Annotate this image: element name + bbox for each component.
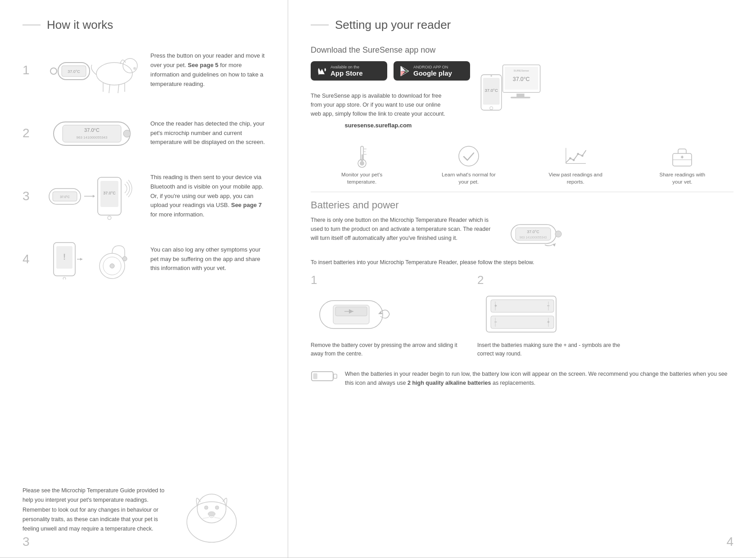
svg-point-64 bbox=[459, 146, 479, 166]
svg-point-5 bbox=[123, 58, 137, 73]
battery-warning: When the batteries in your reader begin … bbox=[311, 365, 733, 387]
app-store-top-label: Available on the bbox=[330, 65, 363, 69]
step-3-row: 3 37.0°C 37.0°C This re bbox=[23, 171, 270, 221]
feature-thermometer: Monitor your pet's temperature. bbox=[335, 145, 389, 185]
svg-text:37.0°C: 37.0°C bbox=[484, 88, 498, 93]
left-panel: How it works 1 37.0°C bbox=[0, 0, 288, 558]
features-row: Monitor your pet's temperature. Learn wh… bbox=[311, 145, 733, 192]
batteries-section: Batteries and power There is only one bu… bbox=[311, 199, 733, 387]
step-2-text: Once the reader has detected the chip, y… bbox=[150, 119, 270, 147]
bottom-note: Please see the Microchip Temperature Gui… bbox=[23, 477, 270, 544]
svg-point-23 bbox=[108, 216, 111, 220]
right-panel: Setting up your reader Download the Sure… bbox=[288, 0, 756, 558]
svg-rect-50 bbox=[516, 94, 525, 97]
svg-point-34 bbox=[187, 502, 236, 542]
svg-marker-19 bbox=[93, 195, 95, 198]
right-section-title: Setting up your reader bbox=[311, 18, 733, 32]
step-1-number: 1 bbox=[23, 63, 33, 77]
bottom-note-text: Please see the Microchip Temperature Gui… bbox=[23, 486, 167, 534]
thermometer-icon bbox=[351, 145, 373, 167]
svg-rect-99 bbox=[334, 374, 337, 378]
svg-point-70 bbox=[581, 155, 584, 157]
svg-point-36 bbox=[204, 506, 208, 509]
svg-marker-86 bbox=[378, 311, 383, 314]
battery-step-1: 1 Remove the battery c bbox=[311, 273, 464, 358]
feature-vet: Share readings with your vet. bbox=[655, 145, 709, 185]
batteries-description: There is only one button on the Microchi… bbox=[311, 216, 500, 243]
svg-line-9 bbox=[118, 84, 119, 93]
download-title: Download the SureSense app now bbox=[311, 45, 733, 55]
svg-point-33 bbox=[110, 264, 114, 268]
svg-point-6 bbox=[133, 67, 136, 70]
step-4-number: 4 bbox=[23, 252, 33, 266]
svg-point-79 bbox=[555, 231, 561, 237]
svg-point-37 bbox=[215, 506, 219, 509]
battery-step-1-image bbox=[311, 292, 401, 337]
svg-point-55 bbox=[490, 107, 493, 110]
step-1-image: 37.0°C bbox=[42, 45, 141, 95]
svg-point-38 bbox=[208, 512, 215, 516]
svg-point-56 bbox=[490, 75, 492, 77]
batteries-title: Batteries and power bbox=[311, 199, 733, 211]
step-2-row: 2 37.0°C 963 141000055343 Once the reade… bbox=[23, 108, 270, 158]
step-4-text: You can also log any other symptoms your… bbox=[150, 245, 270, 273]
svg-point-60 bbox=[360, 161, 364, 166]
app-mockup: 37.0°C SURESense 37.0°C bbox=[479, 61, 542, 120]
feature-chart: View past readings and reports. bbox=[548, 145, 602, 185]
svg-text:963 141000055343: 963 141000055343 bbox=[77, 135, 108, 140]
svg-point-3 bbox=[50, 68, 57, 74]
svg-text:37.0°C: 37.0°C bbox=[60, 195, 69, 198]
right-page-number: 4 bbox=[726, 535, 733, 549]
app-store-button[interactable]: Available on the App Store bbox=[311, 61, 387, 81]
svg-text:37.0°C: 37.0°C bbox=[527, 230, 539, 234]
battery-steps-label: To insert batteries into your Microchip … bbox=[311, 258, 733, 267]
briefcase-icon bbox=[671, 145, 693, 167]
svg-point-35 bbox=[197, 494, 226, 523]
download-row: Available on the App Store bbox=[311, 61, 733, 129]
svg-line-40 bbox=[214, 518, 221, 518]
step-4-row: 4 ! You can also log any other symptoms bbox=[23, 234, 270, 284]
svg-rect-88 bbox=[491, 300, 554, 312]
reader-small-image: 37.0°C 963 141000055343 bbox=[509, 216, 563, 252]
svg-text:+: + bbox=[494, 303, 497, 308]
chart-icon bbox=[564, 145, 587, 167]
feature-label-4: Share readings with your vet. bbox=[655, 171, 709, 185]
feature-checkmark: Learn what's normal for your pet. bbox=[442, 145, 496, 185]
svg-marker-80 bbox=[553, 243, 556, 247]
batteries-top: There is only one button on the Microchi… bbox=[311, 216, 733, 252]
store-buttons: Available on the App Store bbox=[311, 61, 470, 81]
svg-text:−: − bbox=[494, 320, 497, 324]
svg-text:SURESense: SURESense bbox=[513, 69, 529, 72]
svg-rect-100 bbox=[313, 373, 317, 379]
left-section-title: How it works bbox=[23, 18, 270, 32]
left-page-number: 3 bbox=[23, 535, 30, 549]
google-play-button[interactable]: ANDROID APP ON Google play bbox=[394, 61, 470, 81]
download-text-block: The SureSense app is available to downlo… bbox=[311, 91, 446, 129]
svg-rect-93 bbox=[491, 316, 554, 328]
app-store-main-label: App Store bbox=[330, 69, 363, 77]
feature-label-1: Monitor your pet's temperature. bbox=[335, 171, 389, 185]
google-play-top-label: ANDROID APP ON bbox=[413, 65, 452, 69]
feature-label-2: Learn what's normal for your pet. bbox=[442, 171, 496, 185]
svg-text:37.0°C: 37.0°C bbox=[513, 76, 530, 82]
website-link: suresense.sureflap.com bbox=[311, 122, 446, 129]
step-1-row: 1 37.0°C bbox=[23, 45, 270, 95]
step-4-image: ! bbox=[42, 234, 141, 284]
svg-text:37.0°C: 37.0°C bbox=[103, 191, 116, 195]
battery-step-2: 2 + − − + bbox=[477, 273, 630, 358]
battery-warning-text: When the batteries in your reader begin … bbox=[345, 369, 733, 387]
battery-low-icon bbox=[311, 369, 338, 383]
svg-point-4 bbox=[96, 63, 132, 85]
svg-line-8 bbox=[109, 84, 110, 93]
checkmark-icon bbox=[457, 145, 480, 167]
svg-text:37.0°C: 37.0°C bbox=[84, 127, 100, 133]
download-section: Download the SureSense app now Available… bbox=[311, 45, 733, 129]
battery-steps-row: 1 Remove the battery c bbox=[311, 273, 733, 358]
feature-label-3: View past readings and reports. bbox=[548, 171, 602, 185]
step-2-image: 37.0°C 963 141000055343 bbox=[42, 108, 141, 158]
battery-step-2-image: + − − + bbox=[477, 292, 567, 337]
download-description: The SureSense app is available to downlo… bbox=[311, 91, 446, 118]
step-3-number: 3 bbox=[23, 189, 33, 203]
step-2-number: 2 bbox=[23, 126, 33, 140]
svg-point-67 bbox=[569, 157, 571, 159]
